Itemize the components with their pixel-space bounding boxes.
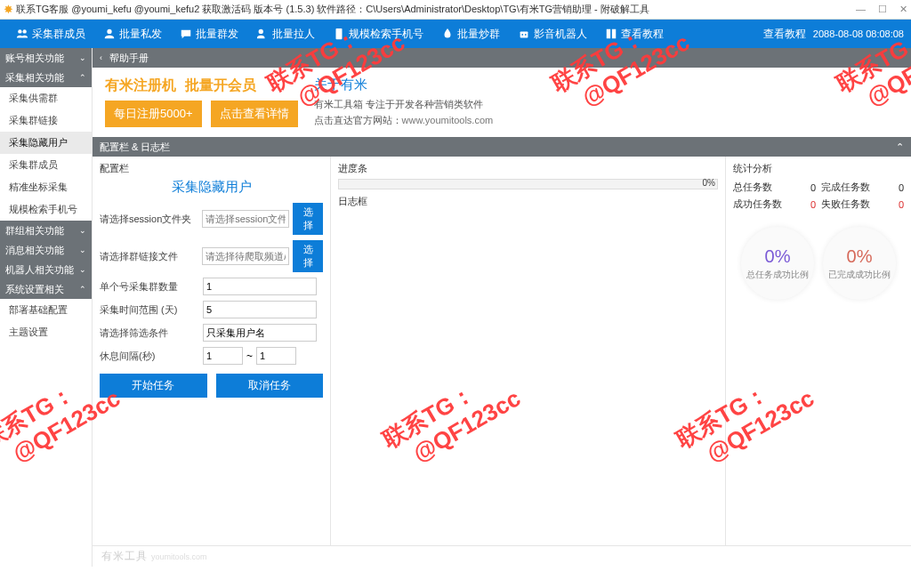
- close-button[interactable]: ✕: [899, 4, 907, 15]
- tb-batch-spam[interactable]: 批量炒群: [432, 27, 509, 42]
- svg-rect-5: [520, 31, 528, 37]
- sb-item-coord[interactable]: 精准坐标采集: [0, 176, 92, 198]
- promo-h2: 批量开会员: [185, 77, 256, 95]
- maximize-button[interactable]: ☐: [878, 4, 887, 15]
- svg-point-2: [107, 29, 111, 34]
- book-icon: [605, 28, 617, 40]
- total-value: 0: [810, 182, 816, 193]
- tb-tutorial[interactable]: 查看教程: [596, 27, 673, 42]
- people-icon: [16, 28, 28, 40]
- stats-title: 统计分析: [733, 162, 904, 175]
- tb-phone-search[interactable]: 规模检索手机号: [324, 27, 432, 42]
- svg-point-3: [259, 29, 263, 34]
- progress-title: 进度条: [338, 162, 718, 175]
- group-count-input[interactable]: [203, 278, 317, 295]
- chat-icon: [180, 28, 192, 40]
- app-icon: ✸: [4, 3, 13, 16]
- sb-item-hidden[interactable]: 采集隐藏用户: [0, 132, 92, 154]
- config-panel: 配置栏 采集隐藏用户 请选择session文件夹选择 请选择群链接文件选择 单个…: [93, 157, 331, 545]
- promo-btn1[interactable]: 每日注册5000+: [105, 101, 202, 127]
- stats-panel: 统计分析 总任务数0 完成任务数0 成功任务数0 失败任务数0 0%总任务成功比…: [726, 157, 911, 545]
- phone-icon: [333, 28, 345, 40]
- cancel-button[interactable]: 取消任务: [216, 374, 324, 398]
- select-grouplink-button[interactable]: 选择: [293, 240, 323, 272]
- session-folder-input[interactable]: [202, 210, 289, 228]
- chevron-up-icon: ⌃: [896, 141, 904, 153]
- datetime: 2088-08-08 08:08:08: [813, 28, 904, 39]
- official-url[interactable]: www.youmitools.com: [402, 115, 494, 125]
- chevron-down-icon: ⌄: [79, 226, 86, 235]
- footer-logo: 有米工具: [101, 549, 148, 564]
- user-icon: [103, 28, 116, 40]
- progress-bar: 0%: [338, 179, 718, 189]
- sb-group-sys[interactable]: 系统设置相关⌃: [0, 279, 92, 299]
- window-buttons: — ☐ ✕: [856, 4, 907, 15]
- sidebar: 账号相关功能⌄ 采集相关功能⌃ 采集供需群 采集群链接 采集隐藏用户 采集群成员…: [0, 48, 93, 567]
- footer-url: youmitools.com: [151, 552, 207, 561]
- sb-item-members[interactable]: 采集群成员: [0, 154, 92, 176]
- select-session-button[interactable]: 选择: [293, 203, 323, 235]
- sb-group-robot[interactable]: 机器人相关功能⌄: [0, 260, 92, 279]
- time-range-input[interactable]: [203, 301, 317, 318]
- svg-point-0: [18, 29, 21, 33]
- svg-rect-4: [336, 28, 343, 39]
- succ-value: 0: [810, 199, 816, 210]
- sb-item-theme[interactable]: 主题设置: [0, 321, 92, 343]
- progress-pct: 0%: [703, 178, 715, 188]
- about-line2: 点击直达官方网站：www.youmitools.com: [314, 114, 899, 127]
- adduser-icon: [256, 28, 269, 40]
- log-label: 日志框: [338, 195, 718, 208]
- filter-select[interactable]: [203, 324, 317, 342]
- tutorial-link[interactable]: 查看教程: [763, 27, 806, 42]
- success-ratio-circle: 0%总任务成功比例: [741, 227, 814, 300]
- chevron-down-icon: ⌄: [79, 265, 86, 274]
- toolbar: 采集群成员 批量私发 批量群发 批量拉人 规模检索手机号 批量炒群 影音机器人 …: [0, 20, 911, 48]
- sb-group-msg[interactable]: 消息相关功能⌄: [0, 240, 92, 260]
- about-line1: 有米工具箱 专注于开发各种营销类软件: [314, 98, 899, 111]
- config-bar[interactable]: 配置栏 & 日志栏⌃: [93, 137, 911, 157]
- promo-h1: 有米注册机: [105, 77, 176, 95]
- sb-item-supply[interactable]: 采集供需群: [0, 87, 92, 109]
- tb-batch-group[interactable]: 批量群发: [171, 27, 247, 42]
- robot-icon: [518, 28, 530, 40]
- about-title: 关于有米: [314, 77, 899, 93]
- sb-item-grouplink[interactable]: 采集群链接: [0, 109, 92, 132]
- panel-title: 采集隐藏用户: [100, 179, 323, 196]
- fail-value: 0: [899, 199, 904, 210]
- start-button[interactable]: 开始任务: [100, 374, 207, 398]
- chevron-left-icon: ‹: [100, 53, 102, 62]
- done-value: 0: [899, 182, 904, 193]
- tb-collect-members[interactable]: 采集群成员: [7, 27, 94, 42]
- chevron-up-icon: ⌃: [79, 285, 86, 294]
- promo-section: 有米注册机 批量开会员 每日注册5000+ 点击查看详情 关于有米 有米工具箱 …: [93, 68, 911, 137]
- config-title: 配置栏: [100, 162, 323, 175]
- tb-av-robot[interactable]: 影音机器人: [509, 27, 596, 42]
- minimize-button[interactable]: —: [856, 4, 866, 15]
- sb-item-deploy[interactable]: 部署基础配置: [0, 299, 92, 321]
- window-title: 联系TG客服 @youmi_kefu @youmi_kefu2 获取激活码 版本…: [16, 3, 856, 16]
- sb-group-group[interactable]: 群组相关功能⌄: [0, 221, 92, 240]
- help-bar[interactable]: ‹帮助手册: [93, 48, 911, 68]
- rest-max-input[interactable]: [256, 347, 296, 365]
- svg-point-1: [22, 29, 26, 33]
- svg-point-7: [525, 34, 527, 36]
- tb-batch-dm[interactable]: 批量私发: [94, 27, 171, 42]
- svg-point-6: [521, 34, 523, 36]
- tb-batch-invite[interactable]: 批量拉人: [247, 27, 324, 42]
- sb-group-collect[interactable]: 采集相关功能⌃: [0, 68, 92, 87]
- chevron-up-icon: ⌃: [79, 73, 86, 82]
- grouplink-file-input[interactable]: [202, 247, 289, 265]
- promo-btn2[interactable]: 点击查看详情: [211, 101, 298, 127]
- footer: 有米工具 youmitools.com: [93, 545, 911, 567]
- flame-icon: [441, 28, 454, 40]
- sb-group-account[interactable]: 账号相关功能⌄: [0, 48, 92, 68]
- titlebar: ✸ 联系TG客服 @youmi_kefu @youmi_kefu2 获取激活码 …: [0, 0, 911, 20]
- progress-panel: 进度条 0% 日志框: [331, 157, 726, 545]
- sb-item-phone[interactable]: 规模检索手机号: [0, 198, 92, 221]
- chevron-down-icon: ⌄: [79, 53, 86, 62]
- completed-ratio-circle: 0%已完成成功比例: [823, 227, 896, 300]
- chevron-down-icon: ⌄: [79, 246, 86, 254]
- rest-min-input[interactable]: [203, 347, 243, 365]
